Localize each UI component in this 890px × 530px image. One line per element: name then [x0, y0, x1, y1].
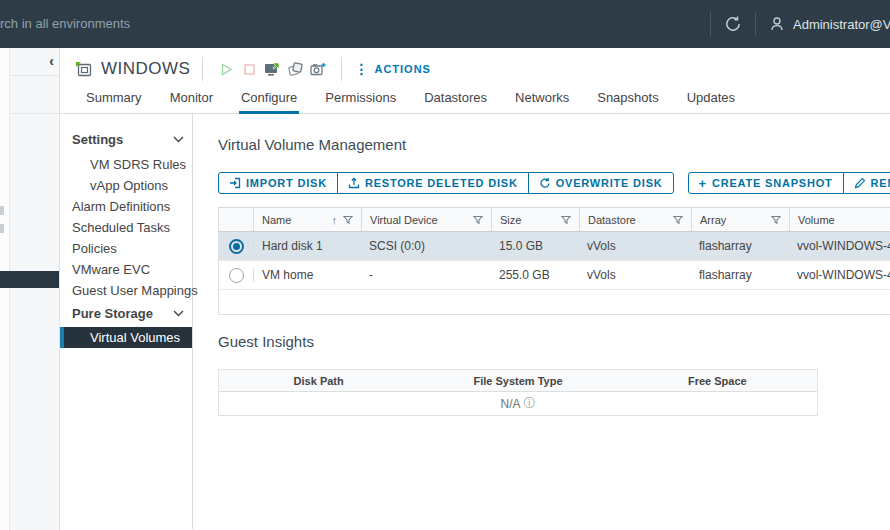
pencil-icon: [854, 177, 866, 189]
actions-label: ACTIONS: [374, 63, 431, 75]
cell-size: 15.0 GB: [491, 239, 579, 253]
snapshot-camera-icon: [310, 62, 326, 77]
rename-volume-button[interactable]: RENAME VOLUME: [843, 172, 890, 194]
cell-size: 255.0 GB: [491, 268, 579, 282]
column-header-size[interactable]: Size: [491, 208, 579, 231]
sidebar-item-scheduled-tasks[interactable]: Scheduled Tasks: [60, 217, 192, 238]
take-snapshot-button[interactable]: [307, 58, 329, 80]
sidebar-group-pure-storage[interactable]: Pure Storage: [60, 303, 192, 324]
toolbar: IMPORT DISK RESTORE DELETED DISK: [218, 172, 890, 194]
tab-networks[interactable]: Networks: [501, 90, 583, 113]
restore-deleted-disk-button[interactable]: RESTORE DELETED DISK: [337, 172, 529, 194]
tab-snapshots[interactable]: Snapshots: [583, 90, 672, 113]
sidebar-group-settings[interactable]: Settings: [60, 129, 192, 150]
sidebar-item-vm-sdrs-rules[interactable]: VM SDRS Rules: [60, 154, 192, 175]
power-off-button[interactable]: [238, 58, 260, 80]
guest-insights-header: Disk Path File System Type Free Space: [219, 370, 817, 392]
launch-console-button[interactable]: [261, 58, 283, 80]
column-header-volume[interactable]: Volume: [789, 208, 890, 231]
vm-name-title: WINDOWS: [101, 59, 190, 79]
cell-array: flasharray: [691, 268, 789, 282]
console-icon: [264, 62, 280, 77]
shutdown-guest-os-button[interactable]: [284, 58, 306, 80]
shutdown-guest-os-icon: [288, 62, 303, 76]
info-icon[interactable]: ⓘ: [524, 395, 536, 412]
sidebar-item-policies[interactable]: Policies: [60, 238, 192, 259]
tab-permissions[interactable]: Permissions: [311, 90, 410, 113]
refresh-icon: [723, 14, 743, 34]
disk-table-row[interactable]: Hard disk 1 SCSI (0:0) 15.0 GB vVols fla…: [219, 232, 890, 261]
user-icon: [768, 15, 786, 33]
tab-updates[interactable]: Updates: [673, 90, 749, 113]
stop-icon: [244, 64, 255, 75]
cell-volume: vvol-WINDOWS-4ed98: [789, 268, 890, 282]
divider: [341, 57, 342, 81]
main-panel: WINDOWS: [60, 48, 890, 530]
na-value: N/A: [500, 397, 520, 411]
sidebar-item-alarm-definitions[interactable]: Alarm Definitions: [60, 196, 192, 217]
global-search-input[interactable]: rch in all environments: [0, 16, 130, 31]
collapse-panel-icon[interactable]: ‹: [49, 54, 54, 68]
play-icon: [220, 63, 233, 76]
guest-insights-empty-row: N/A ⓘ: [219, 392, 817, 415]
entity-tabbar: Summary Monitor Configure Permissions Da…: [60, 90, 890, 114]
refresh-button[interactable]: [711, 0, 755, 48]
user-menu[interactable]: Administrator@VSPH: [756, 15, 890, 33]
filter-icon[interactable]: [343, 215, 353, 225]
cell-datastore: vVols: [579, 268, 691, 282]
inventory-divider: [10, 75, 59, 76]
tree-selected-vm-row[interactable]: [0, 271, 59, 288]
import-disk-button[interactable]: IMPORT DISK: [218, 172, 338, 194]
disk-row-radio[interactable]: [229, 239, 244, 254]
disk-table-header: Name ↑ Virtual Device: [219, 207, 890, 232]
filter-icon[interactable]: [673, 215, 683, 225]
username-label: Administrator@VSPH: [793, 17, 890, 32]
overwrite-icon: [539, 177, 551, 189]
column-header-virtual-device[interactable]: Virtual Device: [361, 208, 491, 231]
column-header-datastore[interactable]: Datastore: [579, 208, 691, 231]
sidebar-item-virtual-volumes[interactable]: Virtual Volumes: [60, 327, 192, 348]
cell-name: VM home: [253, 268, 361, 282]
configure-sidebar: Settings VM SDRS Rules vApp Options Alar…: [60, 114, 193, 529]
column-header-array[interactable]: Array: [691, 208, 789, 231]
sidebar-item-vmware-evc[interactable]: VMware EVC: [60, 259, 192, 280]
overwrite-disk-button[interactable]: OVERWRITE DISK: [528, 172, 674, 194]
column-header-name[interactable]: Name ↑: [253, 208, 361, 231]
import-icon: [229, 177, 241, 189]
tab-datastores[interactable]: Datastores: [410, 90, 501, 113]
inventory-edge-strip: [0, 48, 10, 530]
actions-button[interactable]: ⋮ ACTIONS: [354, 62, 431, 76]
global-header: rch in all environments Administrator@VS…: [0, 0, 890, 48]
tab-configure[interactable]: Configure: [227, 90, 311, 113]
sidebar-item-vapp-options[interactable]: vApp Options: [60, 175, 192, 196]
sort-asc-icon: ↑: [332, 214, 338, 226]
chevron-down-icon: [173, 136, 184, 143]
inventory-tree-panel: ‹: [0, 48, 60, 530]
guest-insights-title: Guest Insights: [218, 333, 890, 350]
cell-virtual-device: -: [361, 268, 491, 282]
disk-row-radio[interactable]: [229, 268, 244, 283]
tab-monitor[interactable]: Monitor: [156, 90, 227, 113]
cell-volume: vvol-WINDOWS-4ed98: [789, 239, 890, 253]
configure-content: Virtual Volume Management IMPORT DISK: [193, 114, 890, 529]
column-header-free-space: Free Space: [618, 370, 817, 391]
cell-name: Hard disk 1: [253, 239, 361, 253]
chevron-down-icon: [173, 310, 184, 317]
filter-icon[interactable]: [771, 215, 781, 225]
cell-array: flasharray: [691, 239, 789, 253]
filter-icon[interactable]: [473, 215, 483, 225]
vm-icon: [75, 61, 93, 78]
column-header-disk-path: Disk Path: [219, 370, 418, 391]
power-on-button[interactable]: [215, 58, 237, 80]
create-snapshot-button[interactable]: + CREATE SNAPSHOT: [688, 172, 844, 194]
radio-column-header: [219, 208, 253, 231]
divider: [202, 57, 203, 81]
restore-icon: [348, 177, 360, 189]
disk-table: Name ↑ Virtual Device: [218, 207, 890, 315]
disk-table-row[interactable]: VM home - 255.0 GB vVols flasharray vvol…: [219, 261, 890, 290]
tab-summary[interactable]: Summary: [72, 90, 156, 113]
cell-datastore: vVols: [579, 239, 691, 253]
tree-item-stub: [0, 224, 4, 233]
sidebar-item-guest-user-mappings[interactable]: Guest User Mappings: [60, 280, 192, 301]
filter-icon[interactable]: [561, 215, 571, 225]
